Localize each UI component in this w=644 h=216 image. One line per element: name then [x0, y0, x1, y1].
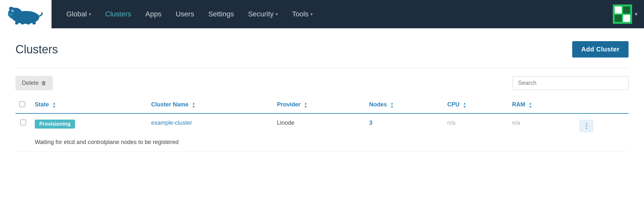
add-cluster-button[interactable]: Add Cluster [572, 41, 629, 58]
svg-point-6 [9, 14, 10, 15]
main-content: Clusters Add Cluster Delete 🗑 State ▲▼ [0, 28, 644, 165]
row-state-cell: Provisioning [31, 113, 147, 138]
nav-item-users[interactable]: Users [168, 0, 201, 28]
nav-item-tools[interactable]: Tools ▾ [285, 0, 320, 28]
status-badge: Provisioning [35, 120, 75, 129]
nav-item-global[interactable]: Global ▾ [59, 0, 98, 28]
col-header-ram[interactable]: RAM ▲▼ [508, 97, 575, 113]
col-header-provider[interactable]: Provider ▲▼ [273, 97, 365, 113]
search-input[interactable] [513, 76, 629, 90]
row-status-message: Waiting for etcd and controlplane nodes … [31, 138, 629, 152]
cluster-name-link[interactable]: example-cluster [151, 120, 192, 126]
select-all-header[interactable] [15, 97, 31, 113]
svg-text:®: ® [38, 8, 40, 11]
state-sort-icon: ▲▼ [52, 102, 56, 109]
col-header-nodes[interactable]: Nodes ▲▼ [365, 97, 443, 113]
logo: ® [0, 0, 52, 28]
row-checkbox[interactable] [20, 120, 26, 125]
cluster-table: State ▲▼ Cluster Name ▲▼ Provider ▲▼ [15, 97, 629, 152]
ram-sort-icon: ▲▼ [529, 102, 532, 109]
cpu-sort-icon: ▲▼ [463, 102, 466, 109]
nav-item-apps[interactable]: Apps [138, 0, 168, 28]
svg-rect-8 [15, 22, 18, 24]
page-header: Clusters Add Cluster [15, 41, 629, 58]
nodes-sort-icon: ▲▼ [390, 102, 393, 109]
page-title: Clusters [15, 43, 58, 56]
cluster-name-sort-icon: ▲▼ [192, 102, 195, 109]
delete-button[interactable]: Delete 🗑 [15, 76, 53, 90]
row-action-cell: ⋮ [575, 113, 629, 138]
col-header-actions [575, 97, 629, 113]
col-header-cluster-name[interactable]: Cluster Name ▲▼ [147, 97, 273, 113]
svg-point-7 [10, 14, 11, 15]
security-chevron-icon: ▾ [276, 12, 278, 17]
svg-rect-11 [33, 22, 36, 24]
svg-point-4 [12, 11, 13, 12]
row-checkbox-cell[interactable] [15, 113, 31, 138]
row-cpu-cell: n/a [443, 113, 508, 138]
nav-item-security[interactable]: Security ▾ [241, 0, 285, 28]
trash-icon: 🗑 [41, 80, 46, 86]
app-switcher-icon[interactable] [613, 4, 632, 24]
row-nodes-cell: 3 [365, 113, 443, 138]
main-nav: ® Global ▾ Clusters Apps Users Settings … [0, 0, 644, 28]
row-cluster-name-cell: example-cluster [147, 113, 273, 138]
select-all-checkbox[interactable] [19, 101, 25, 107]
tools-chevron-icon: ▾ [310, 12, 313, 17]
row-provider-cell: Linode [273, 113, 365, 138]
col-header-cpu[interactable]: CPU ▲▼ [443, 97, 508, 113]
table-row-message: Waiting for etcd and controlplane nodes … [15, 138, 629, 152]
header-divider [15, 68, 629, 68]
col-header-state[interactable]: State ▲▼ [31, 97, 147, 113]
row-action-button[interactable]: ⋮ [579, 120, 593, 132]
nav-links: Global ▾ Clusters Apps Users Settings Se… [52, 0, 613, 28]
toolbar: Delete 🗑 [15, 76, 629, 90]
global-chevron-icon: ▾ [89, 12, 91, 17]
svg-rect-9 [21, 22, 24, 24]
nav-right: ▾ [613, 4, 644, 24]
provider-sort-icon: ▲▼ [304, 102, 307, 109]
table-row: Provisioning example-cluster Linode 3 n/… [15, 113, 629, 138]
nav-item-settings[interactable]: Settings [201, 0, 241, 28]
row-ram-cell: n/a [508, 113, 575, 138]
svg-rect-10 [27, 22, 30, 24]
app-switcher-chevron-icon[interactable]: ▾ [635, 11, 638, 18]
nav-item-clusters[interactable]: Clusters [98, 0, 138, 28]
svg-point-2 [9, 7, 14, 10]
